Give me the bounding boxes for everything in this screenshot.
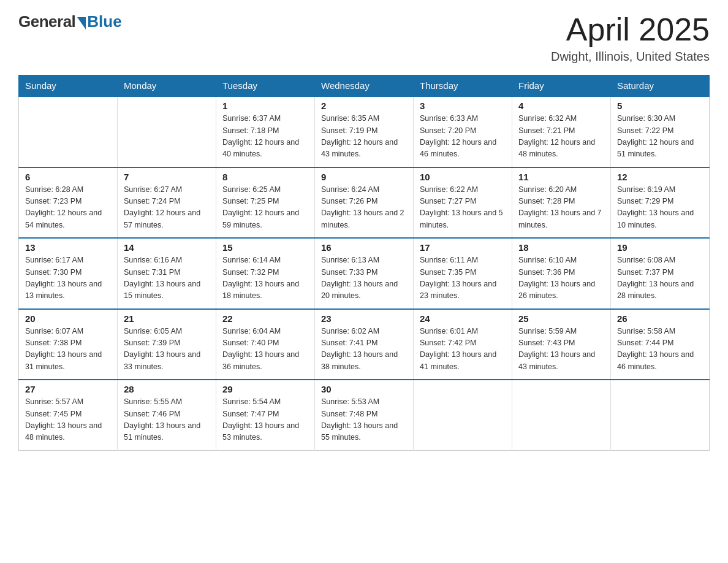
calendar-day-cell: 23Sunrise: 6:02 AMSunset: 7:41 PMDayligh… xyxy=(315,309,414,380)
day-info: Sunrise: 6:25 AMSunset: 7:25 PMDaylight:… xyxy=(222,184,308,232)
days-of-week-row: SundayMondayTuesdayWednesdayThursdayFrid… xyxy=(19,75,710,97)
day-info: Sunrise: 6:37 AMSunset: 7:18 PMDaylight:… xyxy=(222,113,308,161)
logo-general-text: General xyxy=(18,12,75,31)
calendar-day-cell: 15Sunrise: 6:14 AMSunset: 7:32 PMDayligh… xyxy=(216,238,315,309)
day-info: Sunrise: 6:16 AMSunset: 7:31 PMDaylight:… xyxy=(124,255,210,302)
day-info: Sunrise: 6:27 AMSunset: 7:24 PMDaylight:… xyxy=(124,184,210,232)
day-info: Sunrise: 6:01 AMSunset: 7:42 PMDaylight:… xyxy=(420,326,506,373)
day-number: 24 xyxy=(420,313,506,324)
day-number: 28 xyxy=(124,384,210,394)
calendar-day-cell: 7Sunrise: 6:27 AMSunset: 7:24 PMDaylight… xyxy=(118,167,216,239)
calendar-day-cell: 26Sunrise: 5:58 AMSunset: 7:44 PMDayligh… xyxy=(611,309,710,380)
day-info: Sunrise: 6:11 AMSunset: 7:35 PMDaylight:… xyxy=(420,255,506,302)
logo: General Blue xyxy=(18,12,122,31)
calendar-day-cell: 6Sunrise: 6:28 AMSunset: 7:23 PMDaylight… xyxy=(19,167,118,239)
calendar-week-row: 27Sunrise: 5:57 AMSunset: 7:45 PMDayligh… xyxy=(19,380,710,450)
calendar-day-cell: 5Sunrise: 6:30 AMSunset: 7:22 PMDaylight… xyxy=(611,96,710,167)
day-number: 21 xyxy=(124,313,210,324)
day-number: 29 xyxy=(222,384,308,394)
day-number: 13 xyxy=(25,242,111,253)
calendar-week-row: 1Sunrise: 6:37 AMSunset: 7:18 PMDaylight… xyxy=(19,96,710,167)
calendar-week-row: 13Sunrise: 6:17 AMSunset: 7:30 PMDayligh… xyxy=(19,238,710,309)
day-info: Sunrise: 6:30 AMSunset: 7:22 PMDaylight:… xyxy=(617,113,703,161)
day-of-week-header: Sunday xyxy=(19,75,118,97)
calendar-day-cell: 2Sunrise: 6:35 AMSunset: 7:19 PMDaylight… xyxy=(315,96,414,167)
day-number: 16 xyxy=(321,242,407,253)
day-number: 27 xyxy=(25,384,111,394)
day-info: Sunrise: 6:17 AMSunset: 7:30 PMDaylight:… xyxy=(25,255,111,302)
day-number: 8 xyxy=(222,172,308,182)
day-info: Sunrise: 6:28 AMSunset: 7:23 PMDaylight:… xyxy=(25,184,111,232)
day-number: 30 xyxy=(321,384,407,394)
day-info: Sunrise: 6:14 AMSunset: 7:32 PMDaylight:… xyxy=(222,255,308,302)
calendar-day-cell: 27Sunrise: 5:57 AMSunset: 7:45 PMDayligh… xyxy=(19,380,118,450)
calendar-day-cell xyxy=(611,380,710,450)
day-of-week-header: Thursday xyxy=(414,75,512,97)
day-number: 22 xyxy=(222,313,308,324)
calendar-day-cell: 8Sunrise: 6:25 AMSunset: 7:25 PMDaylight… xyxy=(216,167,315,239)
day-info: Sunrise: 6:05 AMSunset: 7:39 PMDaylight:… xyxy=(124,326,210,373)
logo-arrow-icon xyxy=(77,17,86,29)
calendar-day-cell: 16Sunrise: 6:13 AMSunset: 7:33 PMDayligh… xyxy=(315,238,414,309)
calendar-day-cell: 20Sunrise: 6:07 AMSunset: 7:38 PMDayligh… xyxy=(19,309,118,380)
day-number: 10 xyxy=(420,172,506,182)
page-header: General Blue April 2025 Dwight, Illinois… xyxy=(18,12,710,64)
day-number: 7 xyxy=(124,172,210,182)
day-info: Sunrise: 5:57 AMSunset: 7:45 PMDaylight:… xyxy=(25,396,111,444)
day-number: 1 xyxy=(222,101,308,111)
calendar-day-cell: 30Sunrise: 5:53 AMSunset: 7:48 PMDayligh… xyxy=(315,380,414,450)
day-info: Sunrise: 6:13 AMSunset: 7:33 PMDaylight:… xyxy=(321,255,407,302)
calendar-day-cell: 29Sunrise: 5:54 AMSunset: 7:47 PMDayligh… xyxy=(216,380,315,450)
day-number: 23 xyxy=(321,313,407,324)
calendar-day-cell: 14Sunrise: 6:16 AMSunset: 7:31 PMDayligh… xyxy=(118,238,216,309)
day-info: Sunrise: 6:33 AMSunset: 7:20 PMDaylight:… xyxy=(420,113,506,161)
calendar-day-cell: 22Sunrise: 6:04 AMSunset: 7:40 PMDayligh… xyxy=(216,309,315,380)
day-number: 5 xyxy=(617,101,703,111)
day-info: Sunrise: 6:35 AMSunset: 7:19 PMDaylight:… xyxy=(321,113,407,161)
calendar-day-cell: 1Sunrise: 6:37 AMSunset: 7:18 PMDaylight… xyxy=(216,96,315,167)
day-info: Sunrise: 6:02 AMSunset: 7:41 PMDaylight:… xyxy=(321,326,407,373)
day-of-week-header: Wednesday xyxy=(315,75,414,97)
day-info: Sunrise: 6:10 AMSunset: 7:36 PMDaylight:… xyxy=(518,255,604,302)
day-info: Sunrise: 5:58 AMSunset: 7:44 PMDaylight:… xyxy=(617,326,703,373)
logo-top: General Blue xyxy=(18,12,122,31)
calendar-day-cell: 10Sunrise: 6:22 AMSunset: 7:27 PMDayligh… xyxy=(414,167,512,239)
calendar-day-cell: 3Sunrise: 6:33 AMSunset: 7:20 PMDaylight… xyxy=(414,96,512,167)
day-number: 15 xyxy=(222,242,308,253)
day-info: Sunrise: 6:07 AMSunset: 7:38 PMDaylight:… xyxy=(25,326,111,373)
day-info: Sunrise: 6:08 AMSunset: 7:37 PMDaylight:… xyxy=(617,255,703,302)
day-info: Sunrise: 6:24 AMSunset: 7:26 PMDaylight:… xyxy=(321,184,407,232)
day-info: Sunrise: 5:55 AMSunset: 7:46 PMDaylight:… xyxy=(124,396,210,444)
day-number: 11 xyxy=(518,172,604,182)
day-info: Sunrise: 6:20 AMSunset: 7:28 PMDaylight:… xyxy=(518,184,604,232)
calendar-day-cell: 19Sunrise: 6:08 AMSunset: 7:37 PMDayligh… xyxy=(611,238,710,309)
day-info: Sunrise: 5:54 AMSunset: 7:47 PMDaylight:… xyxy=(222,396,308,444)
calendar-day-cell: 25Sunrise: 5:59 AMSunset: 7:43 PMDayligh… xyxy=(512,309,611,380)
calendar-day-cell xyxy=(512,380,611,450)
calendar-day-cell: 21Sunrise: 6:05 AMSunset: 7:39 PMDayligh… xyxy=(118,309,216,380)
calendar-day-cell: 9Sunrise: 6:24 AMSunset: 7:26 PMDaylight… xyxy=(315,167,414,239)
calendar-day-cell: 11Sunrise: 6:20 AMSunset: 7:28 PMDayligh… xyxy=(512,167,611,239)
day-number: 20 xyxy=(25,313,111,324)
calendar-day-cell: 18Sunrise: 6:10 AMSunset: 7:36 PMDayligh… xyxy=(512,238,611,309)
day-info: Sunrise: 6:19 AMSunset: 7:29 PMDaylight:… xyxy=(617,184,703,232)
day-number: 4 xyxy=(518,101,604,111)
day-number: 18 xyxy=(518,242,604,253)
calendar-day-cell xyxy=(414,380,512,450)
logo-blue-text: Blue xyxy=(87,12,121,31)
day-number: 12 xyxy=(617,172,703,182)
calendar-header: SundayMondayTuesdayWednesdayThursdayFrid… xyxy=(19,75,710,97)
day-info: Sunrise: 6:22 AMSunset: 7:27 PMDaylight:… xyxy=(420,184,506,232)
calendar-week-row: 20Sunrise: 6:07 AMSunset: 7:38 PMDayligh… xyxy=(19,309,710,380)
day-of-week-header: Tuesday xyxy=(216,75,315,97)
day-number: 17 xyxy=(420,242,506,253)
calendar-day-cell xyxy=(118,96,216,167)
day-info: Sunrise: 5:59 AMSunset: 7:43 PMDaylight:… xyxy=(518,326,604,373)
day-number: 26 xyxy=(617,313,703,324)
day-number: 19 xyxy=(617,242,703,253)
calendar-day-cell: 13Sunrise: 6:17 AMSunset: 7:30 PMDayligh… xyxy=(19,238,118,309)
day-number: 2 xyxy=(321,101,407,111)
day-number: 3 xyxy=(420,101,506,111)
day-number: 9 xyxy=(321,172,407,182)
calendar-day-cell xyxy=(19,96,118,167)
